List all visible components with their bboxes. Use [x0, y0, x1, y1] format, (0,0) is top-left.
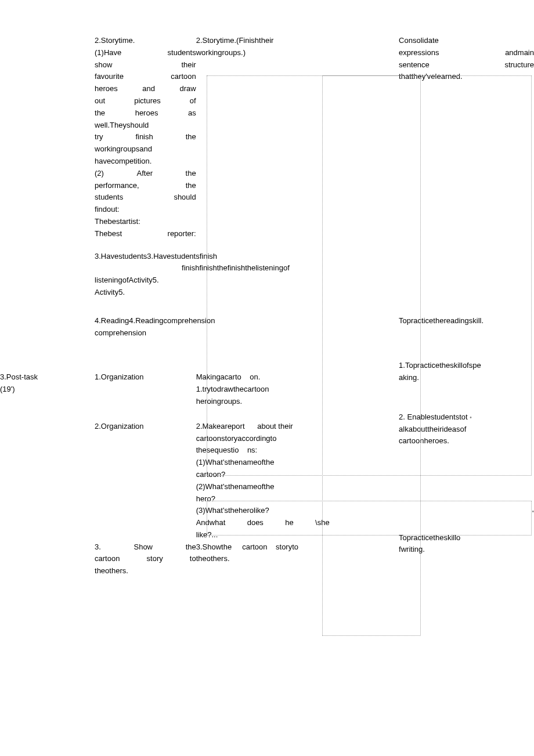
table-row: 3. Show the cartoon story to theothers. …: [0, 541, 534, 647]
teacher-activity-cell: 3. Show the cartoon story to theothers.: [95, 541, 196, 647]
text: 2.Organization: [95, 421, 196, 433]
text: findout:: [95, 204, 196, 216]
teacher-activity-cell: 2.Storytime. (1)Havestudents showtheir f…: [95, 35, 196, 240]
text: sentencestructure: [399, 59, 534, 71]
text: expressionsandmain: [399, 47, 534, 59]
text: favouritecartoon: [95, 71, 196, 83]
stage-title: 3.Post-task: [0, 371, 95, 384]
dot-icon: •: [532, 508, 534, 515]
purpose-cell: Topracticetheskillo fwriting.: [399, 532, 534, 638]
text: tryfinishthe: [95, 131, 196, 143]
text: havecompetition.: [95, 155, 196, 168]
stage-cell: [0, 35, 95, 240]
text: outpicturesof: [95, 95, 196, 107]
text: showtheir: [95, 59, 196, 71]
teacher-activity-cell: 1.Organization: [95, 339, 196, 407]
text: Consolidate: [399, 35, 534, 47]
text: (1)Havestudents: [95, 47, 196, 59]
text: theothers.: [95, 565, 196, 577]
text: performance,the: [95, 180, 196, 192]
text: (2)Afterthe: [95, 168, 196, 180]
text: 2.Storytime.: [95, 35, 196, 47]
text: 2.Storytime.(Finishtheir: [196, 35, 399, 47]
stage-time: (19'): [0, 384, 95, 396]
text: workingroups.): [196, 47, 399, 59]
teacher-activity-cell: 2.Organization: [95, 408, 196, 541]
text: Thebestartist:: [95, 216, 196, 228]
text: cartoon story to: [95, 553, 196, 565]
text: Topracticetheskillo: [399, 532, 534, 544]
text: theheroesas: [95, 107, 196, 120]
text: 3. Show the: [95, 541, 196, 554]
text: workingroupsand: [95, 143, 196, 155]
text: Thebestreporter:: [95, 228, 196, 240]
text: studentsshould: [95, 191, 196, 204]
dotted-box-mid: [207, 501, 532, 536]
stage-cell: 3.Post-task (19'): [0, 339, 95, 407]
text: well.Theyshould: [95, 120, 196, 132]
text: 1.Organization: [95, 371, 196, 384]
text: heroesanddraw: [95, 83, 196, 95]
text: fwriting.: [399, 544, 534, 556]
